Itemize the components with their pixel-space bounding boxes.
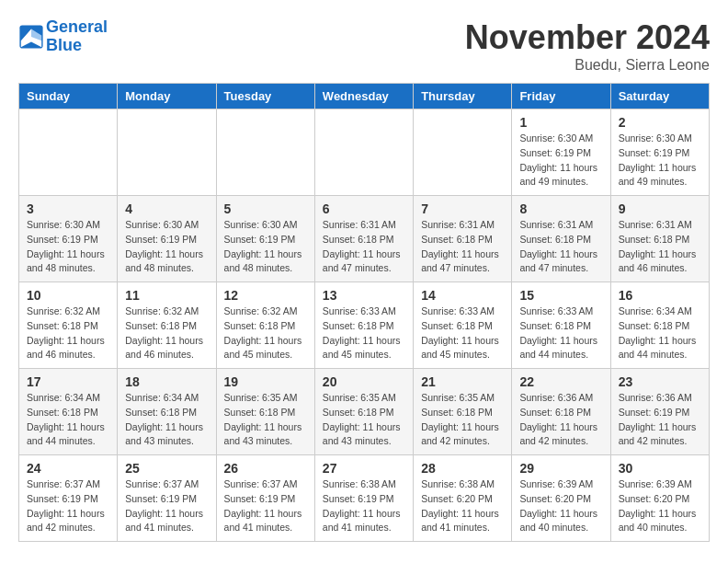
logo: General Blue	[18, 18, 108, 55]
day-info: Sunrise: 6:30 AM Sunset: 6:19 PM Dayligh…	[619, 132, 701, 190]
day-info: Sunrise: 6:35 AM Sunset: 6:18 PM Dayligh…	[224, 391, 307, 449]
week-row-4: 17Sunrise: 6:34 AM Sunset: 6:18 PM Dayli…	[19, 369, 710, 455]
day-cell: 7Sunrise: 6:31 AM Sunset: 6:18 PM Daylig…	[414, 196, 512, 282]
day-number: 17	[27, 374, 109, 389]
day-info: Sunrise: 6:31 AM Sunset: 6:18 PM Dayligh…	[323, 218, 405, 276]
header-monday: Monday	[118, 84, 216, 109]
day-number: 21	[421, 374, 504, 389]
day-info: Sunrise: 6:39 AM Sunset: 6:20 PM Dayligh…	[619, 477, 701, 535]
day-cell	[216, 109, 314, 196]
week-row-5: 24Sunrise: 6:37 AM Sunset: 6:19 PM Dayli…	[19, 455, 710, 542]
day-number: 6	[323, 201, 405, 216]
day-cell: 23Sunrise: 6:36 AM Sunset: 6:19 PM Dayli…	[610, 369, 709, 455]
day-info: Sunrise: 6:30 AM Sunset: 6:19 PM Dayligh…	[125, 218, 208, 276]
title-block: November 2024 Buedu, Sierra Leone	[465, 18, 710, 74]
day-cell: 26Sunrise: 6:37 AM Sunset: 6:19 PM Dayli…	[216, 455, 314, 542]
logo-icon	[18, 24, 44, 50]
day-cell: 9Sunrise: 6:31 AM Sunset: 6:18 PM Daylig…	[610, 196, 709, 282]
header-tuesday: Tuesday	[216, 84, 314, 109]
day-cell: 4Sunrise: 6:30 AM Sunset: 6:19 PM Daylig…	[118, 196, 216, 282]
day-info: Sunrise: 6:34 AM Sunset: 6:18 PM Dayligh…	[27, 391, 109, 449]
day-cell: 14Sunrise: 6:33 AM Sunset: 6:18 PM Dayli…	[414, 282, 512, 369]
day-info: Sunrise: 6:38 AM Sunset: 6:19 PM Dayligh…	[323, 477, 405, 535]
day-cell: 11Sunrise: 6:32 AM Sunset: 6:18 PM Dayli…	[118, 282, 216, 369]
week-row-3: 10Sunrise: 6:32 AM Sunset: 6:18 PM Dayli…	[19, 282, 710, 369]
day-info: Sunrise: 6:37 AM Sunset: 6:19 PM Dayligh…	[224, 477, 307, 535]
day-number: 16	[619, 288, 701, 303]
day-cell: 19Sunrise: 6:35 AM Sunset: 6:18 PM Dayli…	[216, 369, 314, 455]
day-info: Sunrise: 6:32 AM Sunset: 6:18 PM Dayligh…	[224, 304, 307, 362]
day-info: Sunrise: 6:30 AM Sunset: 6:19 PM Dayligh…	[224, 218, 307, 276]
day-number: 18	[125, 374, 208, 389]
day-number: 7	[421, 201, 504, 216]
day-info: Sunrise: 6:36 AM Sunset: 6:18 PM Dayligh…	[519, 391, 602, 449]
day-number: 12	[224, 288, 307, 303]
day-number: 19	[224, 374, 307, 389]
day-number: 13	[323, 288, 405, 303]
day-info: Sunrise: 6:32 AM Sunset: 6:18 PM Dayligh…	[125, 304, 208, 362]
day-cell: 1Sunrise: 6:30 AM Sunset: 6:19 PM Daylig…	[512, 109, 610, 196]
month-title: November 2024	[465, 18, 710, 57]
day-cell: 28Sunrise: 6:38 AM Sunset: 6:20 PM Dayli…	[414, 455, 512, 542]
day-info: Sunrise: 6:33 AM Sunset: 6:18 PM Dayligh…	[421, 304, 504, 362]
day-number: 10	[27, 288, 109, 303]
day-info: Sunrise: 6:37 AM Sunset: 6:19 PM Dayligh…	[27, 477, 109, 535]
day-info: Sunrise: 6:31 AM Sunset: 6:18 PM Dayligh…	[519, 218, 602, 276]
day-number: 8	[519, 201, 602, 216]
day-number: 30	[619, 461, 701, 476]
day-info: Sunrise: 6:38 AM Sunset: 6:20 PM Dayligh…	[421, 477, 504, 535]
day-info: Sunrise: 6:35 AM Sunset: 6:18 PM Dayligh…	[323, 391, 405, 449]
day-number: 22	[519, 374, 602, 389]
day-number: 28	[421, 461, 504, 476]
header-thursday: Thursday	[414, 84, 512, 109]
day-info: Sunrise: 6:30 AM Sunset: 6:19 PM Dayligh…	[27, 218, 109, 276]
day-cell: 6Sunrise: 6:31 AM Sunset: 6:18 PM Daylig…	[314, 196, 413, 282]
day-cell: 22Sunrise: 6:36 AM Sunset: 6:18 PM Dayli…	[512, 369, 610, 455]
day-cell: 18Sunrise: 6:34 AM Sunset: 6:18 PM Dayli…	[118, 369, 216, 455]
day-info: Sunrise: 6:37 AM Sunset: 6:19 PM Dayligh…	[125, 477, 208, 535]
day-number: 2	[619, 115, 701, 130]
day-cell	[19, 109, 118, 196]
day-cell	[314, 109, 413, 196]
day-info: Sunrise: 6:33 AM Sunset: 6:18 PM Dayligh…	[519, 304, 602, 362]
day-info: Sunrise: 6:34 AM Sunset: 6:18 PM Dayligh…	[125, 391, 208, 449]
day-number: 23	[619, 374, 701, 389]
logo-line1: General	[46, 17, 108, 36]
day-info: Sunrise: 6:36 AM Sunset: 6:19 PM Dayligh…	[619, 391, 701, 449]
day-number: 29	[519, 461, 602, 476]
logo-text: General Blue	[46, 18, 108, 55]
week-row-2: 3Sunrise: 6:30 AM Sunset: 6:19 PM Daylig…	[19, 196, 710, 282]
header-friday: Friday	[512, 84, 610, 109]
day-number: 24	[27, 461, 109, 476]
calendar-table: SundayMondayTuesdayWednesdayThursdayFrid…	[18, 83, 710, 542]
day-number: 5	[224, 201, 307, 216]
header-sunday: Sunday	[19, 84, 118, 109]
day-info: Sunrise: 6:35 AM Sunset: 6:18 PM Dayligh…	[421, 391, 504, 449]
day-info: Sunrise: 6:39 AM Sunset: 6:20 PM Dayligh…	[519, 477, 602, 535]
day-cell: 17Sunrise: 6:34 AM Sunset: 6:18 PM Dayli…	[19, 369, 118, 455]
day-cell: 21Sunrise: 6:35 AM Sunset: 6:18 PM Dayli…	[414, 369, 512, 455]
day-number: 3	[27, 201, 109, 216]
day-cell: 3Sunrise: 6:30 AM Sunset: 6:19 PM Daylig…	[19, 196, 118, 282]
day-number: 11	[125, 288, 208, 303]
day-info: Sunrise: 6:30 AM Sunset: 6:19 PM Dayligh…	[519, 132, 602, 190]
day-info: Sunrise: 6:32 AM Sunset: 6:18 PM Dayligh…	[27, 304, 109, 362]
day-cell: 13Sunrise: 6:33 AM Sunset: 6:18 PM Dayli…	[314, 282, 413, 369]
day-cell: 29Sunrise: 6:39 AM Sunset: 6:20 PM Dayli…	[512, 455, 610, 542]
day-number: 25	[125, 461, 208, 476]
day-cell: 8Sunrise: 6:31 AM Sunset: 6:18 PM Daylig…	[512, 196, 610, 282]
day-cell	[118, 109, 216, 196]
day-cell: 20Sunrise: 6:35 AM Sunset: 6:18 PM Dayli…	[314, 369, 413, 455]
day-cell: 2Sunrise: 6:30 AM Sunset: 6:19 PM Daylig…	[610, 109, 709, 196]
day-number: 20	[323, 374, 405, 389]
page-header: General Blue November 2024 Buedu, Sierra…	[18, 18, 710, 74]
day-cell	[414, 109, 512, 196]
day-number: 15	[519, 288, 602, 303]
week-row-1: 1Sunrise: 6:30 AM Sunset: 6:19 PM Daylig…	[19, 109, 710, 196]
day-cell: 16Sunrise: 6:34 AM Sunset: 6:18 PM Dayli…	[610, 282, 709, 369]
day-info: Sunrise: 6:33 AM Sunset: 6:18 PM Dayligh…	[323, 304, 405, 362]
day-number: 27	[323, 461, 405, 476]
day-number: 4	[125, 201, 208, 216]
day-info: Sunrise: 6:31 AM Sunset: 6:18 PM Dayligh…	[421, 218, 504, 276]
day-cell: 5Sunrise: 6:30 AM Sunset: 6:19 PM Daylig…	[216, 196, 314, 282]
